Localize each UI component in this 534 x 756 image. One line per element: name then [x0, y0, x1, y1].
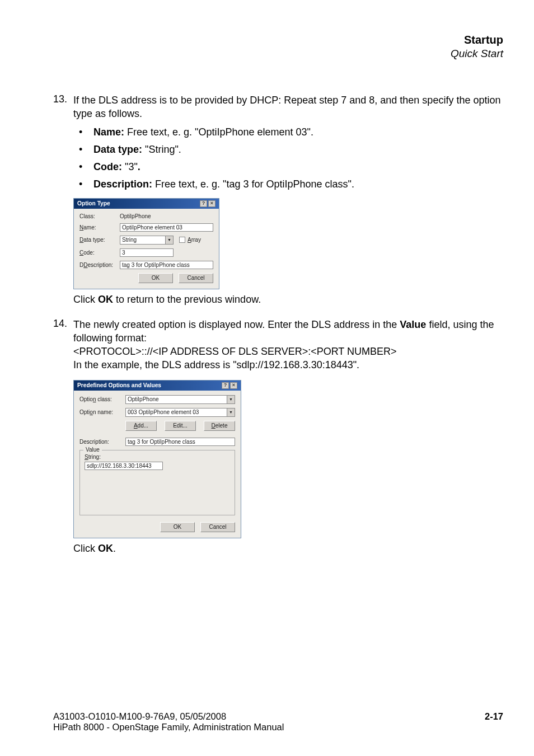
bullet-marker: •: [79, 179, 93, 190]
help-button[interactable]: ?: [222, 382, 229, 389]
name-input[interactable]: OptiIpPhone element 03: [120, 223, 213, 232]
bullet-item: Data type: "String".: [93, 144, 181, 156]
dialog-titlebar: Option Type ? ×: [74, 199, 219, 209]
description-label: Description:: [79, 439, 125, 445]
option-name-select[interactable]: 003 OptiIpPhone element 03 ▼: [125, 408, 235, 417]
chevron-down-icon: ▼: [227, 408, 235, 416]
class-label: Class:: [79, 213, 120, 219]
array-checkbox[interactable]: [179, 237, 185, 243]
string-label: String:: [85, 454, 230, 460]
bullet-marker: •: [79, 144, 93, 156]
page-content: Startup Quick Start 13. If the DLS addre…: [0, 0, 534, 577]
step-13: 13. If the DLS address is to be provided…: [53, 93, 503, 190]
step-number: 14.: [53, 318, 73, 372]
ok-button[interactable]: OK: [160, 522, 195, 532]
footer-left: A31003-O1010-M100-9-76A9, 05/05/2008 HiP…: [53, 711, 284, 732]
dialog-title: Option Type: [77, 200, 110, 206]
dialog-titlebar: Predefined Options and Values ? ×: [74, 381, 241, 391]
bullet-item: Description: Free text, e. g. "tag 3 for…: [93, 179, 354, 190]
datatype-label: Data type:: [79, 237, 120, 243]
description-label: DDescription:escription:: [79, 262, 120, 268]
option-class-select[interactable]: OptiIpPhone ▼: [125, 395, 235, 404]
class-value: OptiIpPhone: [120, 213, 213, 219]
predefined-options-dialog: Predefined Options and Values ? × Option…: [73, 380, 241, 538]
dialog-title: Predefined Options and Values: [77, 382, 161, 388]
step-text: If the DLS address is to be provided by …: [73, 93, 503, 121]
help-button[interactable]: ?: [200, 200, 207, 207]
header-title: Startup: [53, 34, 503, 46]
add-button[interactable]: Add...: [125, 421, 157, 431]
array-label: Array: [188, 237, 201, 243]
page-header: Startup Quick Start: [53, 34, 503, 60]
step-14-after: Click OK.: [73, 543, 503, 555]
page-number: 2-17: [485, 711, 503, 732]
bullet-marker: •: [79, 126, 93, 138]
bullet-item: Code: "3".: [93, 161, 140, 173]
example-text: In the example, the DLS address is "sdlp…: [73, 359, 359, 370]
edit-button[interactable]: Edit...: [165, 421, 196, 431]
code-label: Code:: [79, 250, 120, 256]
chevron-down-icon: ▼: [227, 396, 235, 403]
header-subtitle: Quick Start: [53, 48, 503, 60]
close-button[interactable]: ×: [208, 200, 216, 207]
bullet-list: • Name: Free text, e. g. "OptiIpPhone el…: [53, 126, 503, 190]
cancel-button[interactable]: Cancel: [200, 522, 235, 532]
datatype-select[interactable]: String ▼: [120, 236, 174, 245]
page-footer: A31003-O1010-M100-9-76A9, 05/05/2008 HiP…: [53, 711, 503, 732]
delete-button[interactable]: Delete: [204, 421, 235, 431]
step-text: The newly created option is displayed no…: [73, 318, 503, 372]
option-type-dialog: Option Type ? × Class: OptiIpPhone Name:…: [73, 198, 219, 289]
value-fieldset: Value String: sdlp://192.168.3.30:18443: [79, 450, 235, 515]
bullet-item: Name: Free text, e. g. "OptiIpPhone elem…: [93, 126, 313, 138]
description-input[interactable]: tag 3 for OptiIpPhone class: [120, 261, 213, 269]
protocol-format: <PROTOCOL>:://<IP ADDRESS OF DLS SERVER>…: [73, 346, 397, 357]
cancel-button[interactable]: Cancel: [179, 273, 213, 283]
string-input[interactable]: sdlp://192.168.3.30:18443: [85, 462, 163, 470]
chevron-down-icon: ▼: [165, 236, 173, 244]
bullet-marker: •: [79, 161, 93, 173]
step-14: 14. The newly created option is displaye…: [53, 318, 503, 372]
code-input[interactable]: 3: [120, 248, 174, 257]
close-button[interactable]: ×: [230, 382, 237, 389]
description-input[interactable]: tag 3 for OptiIpPhone class: [125, 438, 235, 446]
value-legend: Value: [83, 447, 102, 453]
ok-button[interactable]: OK: [138, 273, 173, 283]
name-label: Name:: [79, 224, 120, 231]
option-name-label: Option name:: [79, 409, 125, 415]
step-number: 13.: [53, 93, 73, 121]
option-class-label: Option class:: [79, 396, 125, 402]
step-13-after: Click OK to return to the previous windo…: [73, 294, 503, 306]
